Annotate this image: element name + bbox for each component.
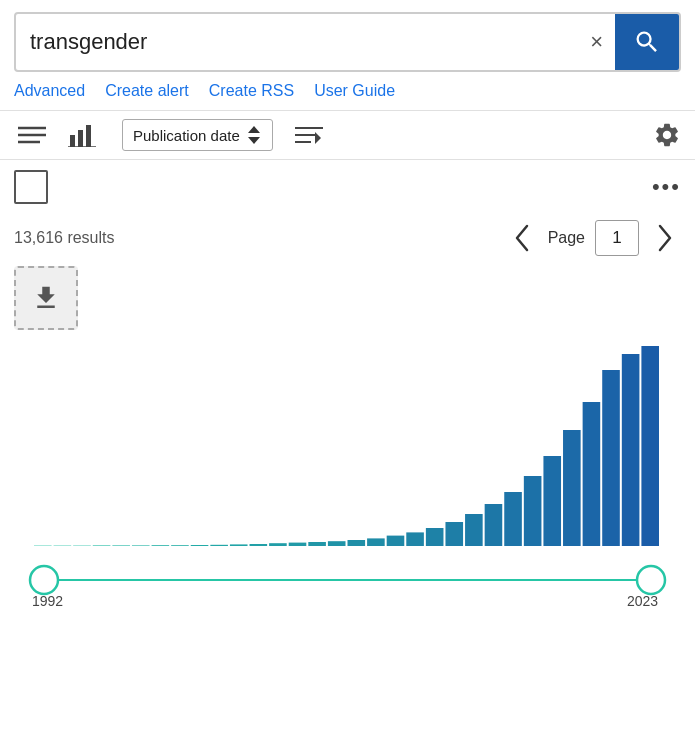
chart-area: 1992 2023 [0, 266, 695, 624]
svg-rect-19 [152, 545, 170, 546]
svg-rect-33 [426, 528, 444, 546]
svg-rect-17 [112, 545, 130, 546]
settings-button[interactable] [653, 121, 681, 149]
chevron-right-icon [656, 224, 674, 252]
sort-label: Publication date [133, 127, 240, 144]
page-number-input[interactable] [595, 220, 639, 256]
bar-chart-svg [14, 336, 681, 556]
prev-page-button[interactable] [506, 222, 538, 254]
svg-rect-44 [641, 346, 659, 546]
svg-rect-20 [171, 545, 189, 546]
page-label: Page [548, 229, 585, 247]
svg-rect-24 [250, 544, 268, 546]
svg-rect-29 [348, 540, 366, 546]
svg-text:2023: 2023 [627, 593, 658, 609]
svg-rect-40 [563, 430, 581, 546]
svg-marker-8 [248, 137, 260, 144]
user-guide-link[interactable]: User Guide [314, 82, 395, 100]
results-row: 13,616 results Page [0, 214, 695, 266]
sort-lines-button[interactable] [295, 123, 323, 147]
svg-text:1992: 1992 [32, 593, 63, 609]
sort-lines-icon [295, 123, 323, 147]
search-submit-button[interactable] [615, 12, 679, 72]
create-alert-link[interactable]: Create alert [105, 82, 189, 100]
svg-rect-37 [504, 492, 522, 546]
svg-rect-36 [485, 504, 503, 546]
svg-rect-41 [583, 402, 601, 546]
svg-rect-18 [132, 545, 150, 546]
filter-icon [18, 124, 46, 146]
svg-rect-35 [465, 514, 483, 546]
settings-icon [653, 121, 681, 149]
svg-marker-7 [248, 126, 260, 133]
svg-rect-39 [543, 456, 561, 546]
timeline-slider: 1992 2023 [14, 560, 681, 610]
chevron-left-icon [513, 224, 531, 252]
sort-dropdown[interactable]: Publication date [122, 119, 273, 151]
svg-rect-42 [602, 370, 620, 546]
search-icon [633, 28, 661, 56]
bar-chart-icon [68, 123, 96, 147]
svg-rect-22 [210, 545, 228, 546]
search-input[interactable] [16, 29, 578, 55]
toolbar-row: Publication date [0, 110, 695, 160]
svg-rect-5 [86, 125, 91, 147]
download-button[interactable] [14, 266, 78, 330]
svg-rect-16 [93, 545, 111, 546]
svg-point-46 [30, 566, 58, 594]
svg-point-47 [637, 566, 665, 594]
select-all-checkbox[interactable] [14, 170, 48, 204]
chart-view-button[interactable] [64, 119, 100, 151]
create-rss-link[interactable]: Create RSS [209, 82, 294, 100]
svg-rect-28 [328, 541, 346, 546]
svg-rect-38 [524, 476, 542, 546]
filter-button[interactable] [14, 120, 50, 150]
pagination: Page [506, 220, 681, 256]
search-area: × [0, 0, 695, 72]
svg-rect-25 [269, 543, 287, 546]
links-row: Advanced Create alert Create RSS User Gu… [0, 72, 695, 110]
svg-rect-43 [622, 354, 640, 546]
svg-rect-32 [406, 532, 424, 546]
close-icon: × [590, 29, 603, 55]
sort-arrows-icon [246, 126, 262, 144]
svg-rect-31 [387, 536, 405, 546]
svg-rect-3 [70, 135, 75, 147]
results-count: 13,616 results [14, 229, 506, 247]
svg-rect-26 [289, 543, 307, 546]
search-clear-button[interactable]: × [578, 29, 615, 55]
svg-rect-4 [78, 130, 83, 147]
svg-rect-30 [367, 538, 385, 546]
more-dots-icon: ••• [652, 174, 681, 199]
bar-chart: 1992 2023 [14, 336, 681, 614]
svg-rect-23 [230, 544, 248, 546]
svg-marker-12 [315, 132, 321, 144]
checkbox-row: ••• [0, 160, 695, 214]
download-icon [31, 283, 61, 313]
search-box: × [14, 12, 681, 72]
svg-rect-27 [308, 542, 326, 546]
more-options-button[interactable]: ••• [652, 174, 681, 200]
svg-rect-21 [191, 545, 209, 546]
next-page-button[interactable] [649, 222, 681, 254]
advanced-link[interactable]: Advanced [14, 82, 85, 100]
svg-rect-34 [445, 522, 463, 546]
